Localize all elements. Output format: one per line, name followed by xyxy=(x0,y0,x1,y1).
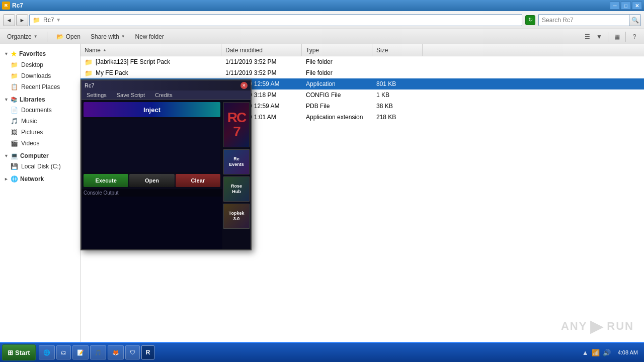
rc7-open-button[interactable]: Open xyxy=(129,174,174,187)
rc7-script-area[interactable] xyxy=(84,119,220,172)
title-bar-controls: ─ □ ✕ xyxy=(610,2,642,10)
start-button[interactable]: ⊞ Start xyxy=(2,344,36,360)
col-name-label: Name xyxy=(85,47,101,54)
taskbar-security[interactable]: 🛡 xyxy=(125,345,140,359)
taskbar-rc7[interactable]: R xyxy=(141,345,155,359)
rc7-settings-menu[interactable]: Settings xyxy=(82,90,112,100)
rc7-execute-button[interactable]: Execute xyxy=(84,174,128,187)
libraries-header[interactable]: ▼ 📚 Libraries xyxy=(0,95,80,105)
sidebar-item-desktop[interactable]: 📁 Desktop xyxy=(0,59,80,70)
share-button[interactable]: Share with ▼ xyxy=(88,31,128,42)
refresh-button[interactable]: ↻ xyxy=(525,15,535,25)
taskbar-network-icon[interactable]: 📶 xyxy=(592,349,600,356)
recent-label: Recent Places xyxy=(21,83,60,90)
col-size-header[interactable]: Size xyxy=(372,44,423,56)
rc7-menu: Settings Save Script Credits xyxy=(82,90,251,100)
search-button[interactable]: 🔍 xyxy=(629,14,641,26)
view-dropdown-button[interactable]: ▼ xyxy=(594,31,605,42)
help-button[interactable]: ? xyxy=(629,31,640,42)
sidebar-item-localdisk[interactable]: 💾 Local Disk (C:) xyxy=(0,161,80,172)
network-header[interactable]: ► 🌐 Network xyxy=(0,174,80,184)
sidebar: ▼ ★ Favorites 📁 Desktop 📁 Downloads 📋 Re… xyxy=(0,44,80,342)
new-folder-button[interactable]: New folder xyxy=(132,31,167,42)
rc7-close-button[interactable]: ✕ xyxy=(240,82,248,89)
open-button[interactable]: 📂 Open xyxy=(53,31,84,42)
search-input[interactable] xyxy=(538,14,629,26)
taskbar-ie[interactable]: 🌐 xyxy=(39,345,55,359)
view-details-button[interactable]: ☰ xyxy=(582,31,593,42)
forward-button[interactable]: ► xyxy=(16,14,28,26)
app-icon: R xyxy=(2,2,10,10)
sidebar-item-documents[interactable]: 📄 Documents xyxy=(0,105,80,116)
rc7-thumb-topkek[interactable]: Topkek3.0 xyxy=(223,204,250,229)
rc7-task-icon: R xyxy=(146,349,150,356)
taskbar-firefox[interactable]: 🦊 xyxy=(108,345,124,359)
favorites-chevron: ▼ xyxy=(4,51,9,56)
sidebar-item-downloads[interactable]: 📁 Downloads xyxy=(0,70,80,81)
network-icon: 🌐 xyxy=(11,175,18,183)
minimize-button[interactable]: ─ xyxy=(610,2,620,10)
notepad-icon: 📝 xyxy=(77,349,84,356)
rc7-clear-button[interactable]: Clear xyxy=(176,174,220,187)
taskbar-clock[interactable]: 4:08 AM xyxy=(614,349,642,355)
open-label: Open xyxy=(66,33,80,40)
file-modified: 1/11/2019 3:52 PM xyxy=(221,69,302,76)
close-button[interactable]: ✕ xyxy=(632,2,642,10)
desktop-label: Desktop xyxy=(21,61,43,68)
rc7-credits-menu[interactable]: Credits xyxy=(150,90,178,100)
network-chevron: ► xyxy=(4,176,9,182)
folder-icon: 📁 xyxy=(85,58,93,66)
rc7-thumb-rosehub[interactable]: RoseHub xyxy=(223,176,250,202)
back-button[interactable]: ◄ xyxy=(3,14,15,26)
taskbar-arrow-icon[interactable]: ▲ xyxy=(582,349,589,356)
rc7-inject-button[interactable]: Inject xyxy=(84,102,220,117)
preview-button[interactable]: ▦ xyxy=(611,31,622,42)
action-toolbar: Organize ▼ 📂 Open Share with ▼ New folde… xyxy=(0,29,644,44)
favorites-header[interactable]: ▼ ★ Favorites xyxy=(0,48,80,59)
file-type: PDB File xyxy=(302,103,372,110)
address-bar[interactable]: 📁 Rc7 ▼ xyxy=(29,14,522,26)
table-row[interactable]: 📁 My FE Pack 1/11/2019 3:52 PM File fold… xyxy=(80,67,644,78)
localdisk-icon: 💾 xyxy=(10,162,18,170)
refresh-area: ↻ xyxy=(525,15,535,25)
rc7-save-script-menu[interactable]: Save Script xyxy=(112,90,150,100)
taskbar-notepad[interactable]: 📝 xyxy=(72,345,89,359)
security-icon: 🛡 xyxy=(130,349,135,355)
table-row[interactable]: 📁 [Jabrika123] FE Script Pack 1/11/2019 … xyxy=(80,56,644,67)
rc7-console-area xyxy=(82,197,222,249)
music-icon: 🎵 xyxy=(10,117,18,125)
address-dropdown-arrow[interactable]: ▼ xyxy=(56,17,61,23)
rc7-title-bar: Rc7 ✕ xyxy=(82,80,251,90)
sidebar-item-pictures[interactable]: 🖼 Pictures xyxy=(0,127,80,138)
favorites-section: ▼ ★ Favorites 📁 Desktop 📁 Downloads 📋 Re… xyxy=(0,48,80,93)
recent-icon: 📋 xyxy=(10,83,18,91)
view-separator xyxy=(608,32,608,42)
windows-icon: ⊞ xyxy=(8,349,13,356)
sidebar-item-music[interactable]: 🎵 Music xyxy=(0,116,80,127)
rc7-right-panel: RC 7 ReEvents RoseHub Topkek3.0 xyxy=(222,100,251,249)
taskbar-volume-icon[interactable]: 🔊 xyxy=(603,349,611,356)
title-bar: R Rc7 ─ □ ✕ xyxy=(0,0,644,11)
view-separator2 xyxy=(625,32,626,42)
taskbar-explorer[interactable]: 🗂 xyxy=(56,345,71,359)
file-type: File folder xyxy=(302,58,372,65)
sidebar-item-recent[interactable]: 📋 Recent Places xyxy=(0,81,80,93)
file-type: File folder xyxy=(302,69,372,76)
col-name-header[interactable]: Name ▲ xyxy=(80,44,221,56)
rc7-thumb-reevents[interactable]: ReEvents xyxy=(223,149,250,174)
taskbar-media[interactable]: 🎵 xyxy=(90,345,106,359)
organize-button[interactable]: Organize ▼ xyxy=(4,31,41,42)
sidebar-item-videos[interactable]: 🎬 Videos xyxy=(0,138,80,149)
explorer-icon: 🗂 xyxy=(61,349,66,355)
computer-header[interactable]: ▼ 💻 Computer xyxy=(0,151,80,161)
maximize-button[interactable]: □ xyxy=(621,2,631,10)
col-modified-header[interactable]: Date modified xyxy=(221,44,302,56)
col-type-header[interactable]: Type xyxy=(302,44,372,56)
file-modified: 1/11/2019 3:52 PM xyxy=(221,58,302,65)
libraries-icon: 📚 xyxy=(11,97,18,103)
file-size: 38 KB xyxy=(372,103,423,110)
taskbar: ⊞ Start 🌐 🗂 📝 🎵 🦊 🛡 R ▲ 📶 🔊 4:08 AM xyxy=(0,342,644,362)
rc7-logo-text: RC xyxy=(227,111,246,125)
media-icon: 🎵 xyxy=(95,349,102,356)
computer-section: ▼ 💻 Computer 💾 Local Disk (C:) xyxy=(0,151,80,172)
